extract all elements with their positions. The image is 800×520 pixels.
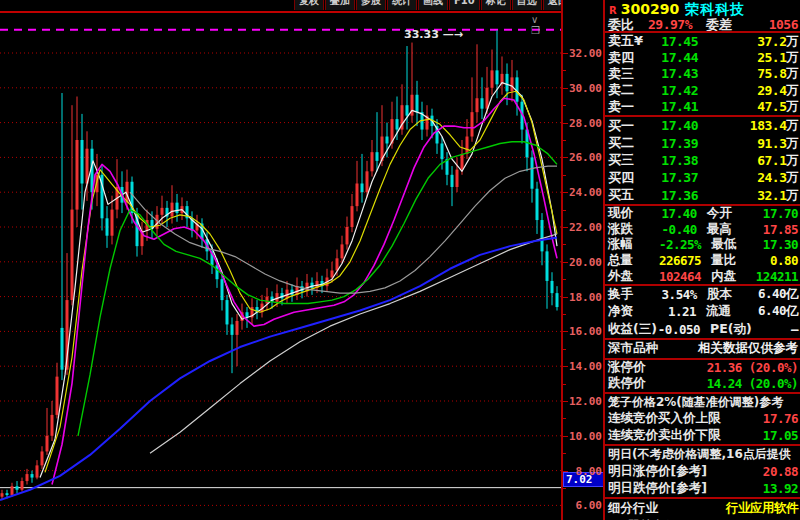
axis-tick [563, 70, 566, 71]
ma-line-ma10 [45, 91, 557, 472]
axis-label: 18.00 [569, 291, 602, 304]
axis-tick [563, 262, 568, 263]
financial-row: 收益(三)-0.050PE(动)— [605, 320, 800, 337]
toolbar-button-叠加[interactable]: 叠加 [325, 0, 355, 10]
ask-row: 卖五¥17.4537.2万 [605, 33, 800, 49]
toolbar-button-多股[interactable]: 多股 [356, 0, 386, 10]
axis-label: 10.00 [569, 430, 602, 443]
axis-tick [563, 279, 566, 280]
axis-tick [563, 418, 566, 419]
toolbar-button-统计[interactable]: 统计 [387, 0, 417, 10]
ask-levels: 卖五¥17.4537.2万卖四17.4425.1万卖三17.4375.8万卖二1… [605, 31, 800, 115]
kline-chart[interactable]: 33.33 —→ ∨ ❐ [0, 0, 561, 520]
cage-header: 笼子价格2%(随基准价调整)参考 [605, 394, 800, 411]
bid-row: 买四17.3724.3万 [605, 169, 800, 186]
axis-tick [563, 192, 568, 193]
axis-tick [563, 175, 566, 176]
quote-section: 现价17.40今开17.70涨跌-0.40最高17.85涨幅-2.25%最低17… [605, 204, 800, 284]
axis-tick [563, 331, 568, 332]
axis-tick [563, 436, 568, 437]
chart-top-border [0, 11, 561, 13]
stock-code[interactable]: 300290 [621, 1, 679, 17]
axis-tick [563, 488, 566, 489]
toolbar-button-标记[interactable]: 标记 [481, 0, 511, 10]
rights-flag: R [609, 5, 617, 16]
axis-label: 20.00 [569, 256, 602, 269]
axis-tick [563, 140, 566, 141]
axis-label: 32.00 [569, 47, 602, 60]
tomorrow-header: 明日(不考虑价格调整,16点后提供 [605, 446, 800, 463]
stock-terminal-window: 33.33 —→ ∨ ❐ 复权叠加多股统计画线F10标记自选返回 7.02 32… [0, 0, 800, 520]
axis-label: 6.00 [576, 499, 603, 512]
tomorrow-row: 明日跌停价[参考]13.92 [605, 480, 800, 497]
ask-row: 卖二17.4229.4万 [605, 82, 800, 98]
axis-label: 14.00 [569, 360, 602, 373]
axis-label: 28.00 [569, 117, 602, 130]
financial-section: 换手3.54%股本6.40亿净资1.21流通6.40亿收益(三)-0.050PE… [605, 284, 800, 338]
ask-row: 卖三17.4375.8万 [605, 66, 800, 82]
bid-row: 买三17.3867.1万 [605, 152, 800, 169]
quote-panel: R300290荣科科技 委比29.97%委差1056卖五¥17.4537.2万卖… [603, 0, 800, 520]
axis-tick [563, 297, 568, 298]
industry-row: 细分行业行业应用软件 [605, 499, 800, 517]
financial-row: 净资1.21流通6.40亿 [605, 303, 800, 320]
axis-tick [563, 453, 566, 454]
quote-row: 涨幅-2.25%最低17.30 [605, 237, 800, 253]
industry-section: 细分行业行业应用软件AB股总市值111.3亿 [605, 497, 800, 520]
tomorrow-row: 明日涨停价[参考]20.88 [605, 463, 800, 480]
toolbar-button-F10[interactable]: F10 [449, 0, 480, 10]
axis-label: 30.00 [569, 82, 602, 95]
stock-name[interactable]: 荣科科技 [685, 1, 745, 17]
ma-line-ma60 [130, 166, 557, 293]
axis-label: 12.00 [569, 395, 602, 408]
financial-row: 换手3.54%股本6.40亿 [605, 286, 800, 303]
axis-tick [563, 53, 568, 54]
bid-row: 买二17.3991.3万 [605, 134, 800, 151]
stock-title: R300290荣科科技 [605, 0, 800, 18]
toolbar-button-自选[interactable]: 自选 [512, 0, 542, 10]
chart-corner-icons[interactable]: ∨ ❐ [531, 14, 561, 36]
kline-chart-svg [0, 0, 561, 520]
axis-tick [563, 123, 568, 124]
axis-tick [563, 210, 566, 211]
axis-label: 26.00 [569, 151, 602, 164]
annotation-arrow-icon: —→ [443, 28, 463, 41]
toolbar-button-复权[interactable]: 复权 [294, 0, 324, 10]
axis-tick [563, 471, 568, 472]
axis-tick [563, 366, 568, 367]
toolbar-button-画线[interactable]: 画线 [418, 0, 448, 10]
cage-row: 连续竞价买入价上限17.76 [605, 410, 800, 427]
axis-tick [563, 105, 566, 106]
ma-line-ma5 [40, 83, 557, 478]
axis-tick [563, 401, 568, 402]
quote-row: 外盘102464内盘124211 [605, 268, 800, 284]
high-annotation: 33.33 —→ [404, 28, 463, 41]
axis-label: 16.00 [569, 325, 602, 338]
bid-row: 买五17.3632.1万 [605, 187, 800, 204]
weibi-row: 委比29.97%委差1056 [605, 18, 800, 31]
limit-section: 涨停价21.36 (20.0%)跌停价14.24 (20.0%) [605, 358, 800, 392]
top-toolbar: 复权叠加多股统计画线F10标记自选返回 [294, 0, 604, 10]
market-section: 深市品种相关数据仅供参考 [605, 338, 800, 358]
axis-tick [563, 227, 568, 228]
bid-levels: 买一17.40183.4万买二17.3991.3万买三17.3867.1万买四1… [605, 115, 800, 204]
high-annotation-label: 33.33 [404, 28, 439, 41]
quote-row: 涨跌-0.40最高17.85 [605, 222, 800, 238]
ask-row: 卖一17.4147.5万 [605, 99, 800, 115]
axis-label: 22.00 [569, 221, 602, 234]
axis-tick [563, 244, 566, 245]
quote-row: 现价17.40今开17.70 [605, 206, 800, 222]
quote-row: 总量226675量比0.80 [605, 253, 800, 269]
axis-tick [563, 314, 566, 315]
axis-tick [563, 384, 566, 385]
price-axis: 7.02 32.0030.0028.0026.0024.0022.0020.00… [561, 0, 605, 520]
ask-row: 卖四17.4425.1万 [605, 49, 800, 65]
limit-row: 跌停价14.24 (20.0%) [605, 376, 800, 392]
bid-row: 买一17.40183.4万 [605, 117, 800, 134]
axis-tick [563, 157, 568, 158]
cage-row: 连续竞价卖出价下限17.05 [605, 427, 800, 444]
axis-label: 24.00 [569, 186, 602, 199]
axis-tick [563, 88, 568, 89]
limit-row: 涨停价21.36 (20.0%) [605, 360, 800, 376]
market-note-row: 深市品种相关数据仅供参考 [605, 340, 800, 358]
